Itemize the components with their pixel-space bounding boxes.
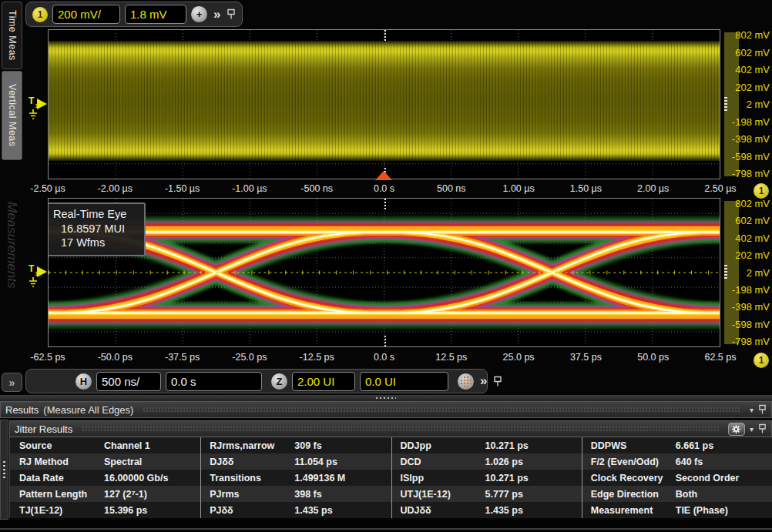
channel-1-badge[interactable]: 1 (754, 183, 769, 199)
column-separator (391, 437, 392, 518)
eye-diagram-trace (49, 199, 720, 346)
trigger-level-marker[interactable]: T 1 (28, 92, 48, 125)
splitter-handle-icon (3, 461, 5, 478)
voltage-axis: 802 mV602 mV402 mV 202 mV2 mV-198 mV -39… (723, 29, 772, 179)
splitter-handle-icon (376, 397, 396, 399)
eye-overlay-title: Real-Time Eye (53, 207, 138, 222)
channel-more-button[interactable]: » (212, 7, 222, 22)
pin-icon[interactable] (758, 423, 767, 434)
horizontal-badge[interactable]: H (76, 373, 92, 390)
trigger-reference-tick (384, 30, 386, 41)
oscilloscope-window: Time Meas Vertical Meas Measurements » 1… (0, 0, 772, 532)
dropdown-arrow-icon[interactable]: ▾ (750, 425, 754, 433)
trigger-reference-tick (384, 336, 386, 346)
jitter-results-header[interactable]: Jitter Results ▾ (9, 420, 772, 437)
zoom-scale-field[interactable]: 2.00 UI (292, 372, 355, 391)
touch-dots-icon (460, 376, 472, 387)
results-subtitle: (Measure All Edges) (43, 404, 133, 416)
channel-scale-field[interactable]: 200 mV/ (52, 5, 120, 24)
svg-text:T: T (29, 263, 35, 274)
zoom-position-field[interactable]: 0.0 UI (360, 372, 448, 391)
touch-button[interactable] (458, 373, 474, 390)
channel-1-badge[interactable]: 1 (32, 7, 48, 22)
bottom-strip (0, 520, 772, 532)
channel-offset-field[interactable]: 1.8 mV (125, 5, 186, 24)
column-separator (582, 437, 582, 518)
gear-icon (731, 424, 741, 434)
channel1-waveform-trace (49, 41, 720, 161)
dropdown-arrow-icon[interactable]: ▾ (750, 406, 754, 414)
eye-voltage-axis: 802 mV602 mV402 mV 202 mV2 mV-198 mV -39… (723, 198, 772, 347)
column-separator (200, 437, 201, 518)
results-panel-header[interactable]: Results (Measure All Edges) ▾ (0, 401, 772, 418)
svg-text:T: T (29, 95, 35, 106)
pin-icon[interactable] (493, 376, 502, 387)
timebase-scale-field[interactable]: 500 ns/ (96, 372, 161, 391)
eye-status-overlay: Real-Time Eye 16.8597 MUI 17 Wfms (48, 202, 146, 256)
trigger-time-marker[interactable] (375, 171, 392, 180)
eye-mui-count: 16.8597 MUI (53, 222, 138, 236)
pin-icon[interactable] (758, 404, 767, 415)
timebase-more-button[interactable]: » (478, 373, 488, 389)
sidebar-expand-button[interactable]: » (2, 373, 22, 392)
header-texture (82, 426, 719, 433)
double-chevron-icon: » (9, 376, 15, 389)
header-texture (143, 407, 740, 413)
eye-time-axis: -62.5 ps-50.0 ps -37.5 ps-25.0 ps -12.5 … (48, 352, 720, 366)
channel-1-badge[interactable]: 1 (754, 353, 769, 368)
timebase-position-field[interactable]: 0.0 s (166, 372, 262, 391)
waveform-plot[interactable] (48, 29, 720, 179)
measurements-panel-title: Measurements (1, 202, 22, 356)
zoom-badge[interactable]: Z (271, 373, 287, 390)
eye-waveform-count: 17 Wfms (53, 236, 138, 250)
results-title: Results (5, 404, 39, 416)
channel-toolbar: 1 200 mV/ 1.8 mV + » (25, 2, 243, 27)
real-time-eye-plot[interactable]: Real-Time Eye 16.8597 MUI 17 Wfms (48, 198, 720, 347)
timebase-toolbar: H 500 ns/ 0.0 s Z 2.00 UI 0.0 UI » (25, 369, 488, 393)
time-axis: -2.50 µs-2.00 µs -1.50 µs-1.00 µs -500 n… (48, 183, 720, 197)
trigger-level-marker[interactable]: T 1 (28, 260, 48, 293)
add-channel-button[interactable]: + (191, 6, 207, 22)
jitter-results-table: SourceChannel 1 RJrms,narrow309 fs DDJpp… (9, 437, 772, 518)
jitter-panel-splitter[interactable] (0, 420, 8, 520)
pin-icon[interactable] (227, 8, 236, 20)
tab-vertical-meas[interactable]: Vertical Meas (2, 71, 22, 160)
jitter-results-title: Jitter Results (15, 423, 72, 435)
settings-button[interactable] (728, 423, 745, 436)
panel-splitter[interactable] (0, 395, 772, 401)
trigger-reference-tick (384, 199, 386, 209)
tab-time-meas[interactable]: Time Meas (2, 2, 22, 69)
